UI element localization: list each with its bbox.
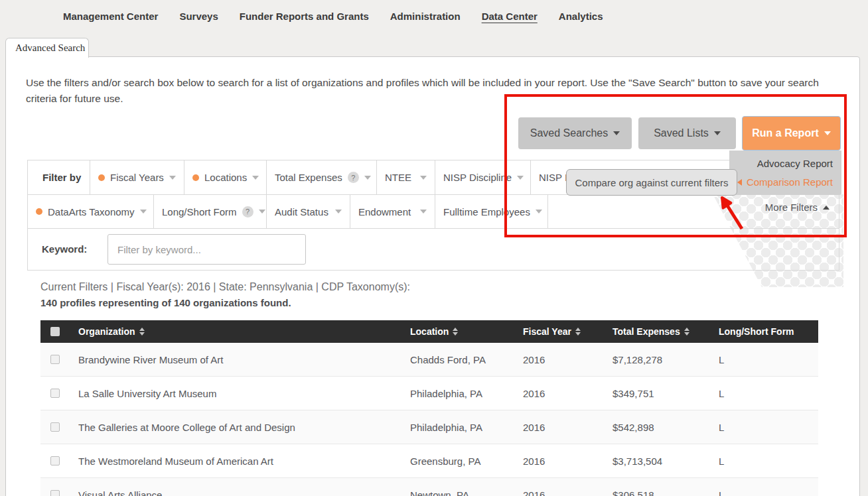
form-cell: L [711,388,818,399]
chevron-down-icon [420,210,427,214]
table-row[interactable]: The Westmoreland Museum of American Art … [40,444,818,478]
table-row[interactable]: Brandywine River Museum of Art Chadds Fo… [40,343,818,377]
filter-label: Total Expenses [275,172,342,183]
location-cell: Philadelphia, PA [402,388,515,399]
filter-label: Endowment [358,206,411,217]
column-header[interactable]: Total Expenses [605,320,711,343]
organization-cell: La Salle University Art Museum [70,388,402,399]
filter-label: NISP Discipline [443,172,512,183]
row-checkbox[interactable] [50,456,60,465]
report-menu-item[interactable]: Comparison Report [729,173,841,192]
form-cell: L [711,456,818,467]
filter-label: Long/Short Form [162,206,237,217]
column-header[interactable]: Organization [70,320,402,343]
chevron-down-icon [335,210,342,214]
filter-dropdown[interactable]: Audit Status [267,195,350,228]
filter-dropdown[interactable]: Endowment [350,195,435,228]
column-label: Location [410,326,449,337]
report-menu-item-label: Advocacy Report [757,158,833,169]
filter-dropdown[interactable]: NISP Discipline [435,160,531,194]
column-header[interactable]: Long/Short Form [711,320,818,343]
fiscal-year-cell: 2016 [515,489,605,496]
row-checkbox[interactable] [50,422,60,432]
table-row[interactable]: Visual Arts Alliance Newtown, PA 2016 $3… [40,478,818,496]
table-body: Brandywine River Museum of Art Chadds Fo… [40,343,818,496]
tab-advanced-search[interactable]: Advanced Search [5,38,89,58]
chevron-down-icon [824,131,831,135]
filter-label: NTEE [385,172,411,183]
form-cell: L [711,489,818,496]
row-checkbox-cell [40,456,70,465]
row-checkbox[interactable] [50,389,60,398]
location-cell: Philadelphia, PA [402,422,515,433]
nav-item[interactable]: Analytics [559,11,603,22]
filter-dropdown[interactable]: NTEE [377,160,435,194]
table-row[interactable]: The Galleries at Moore College of Art an… [40,410,818,444]
chevron-down-icon [259,210,265,214]
help-icon[interactable]: ? [242,206,253,217]
filter-dropdown[interactable]: Fulltime Employees [435,195,548,228]
saved-searches-button[interactable]: Saved Searches [518,117,632,149]
table-row[interactable]: La Salle University Art Museum Philadelp… [40,377,818,410]
row-checkbox[interactable] [50,355,60,364]
row-checkbox-cell [40,389,70,398]
results-table: Organization Location Fiscal Yea [40,320,818,496]
column-label: Organization [78,326,135,337]
sort-icon[interactable] [684,328,689,336]
nav-item[interactable]: Surveys [179,11,218,22]
saved-lists-label: Saved Lists [654,127,709,139]
sort-icon[interactable] [139,328,145,336]
fiscal-year-cell: 2016 [515,422,605,433]
more-filters-label: More Filters [765,202,818,213]
filter-label: DataArts Taxonomy [48,206,135,217]
row-checkbox-cell [40,490,70,496]
help-icon[interactable]: ? [348,172,359,183]
filter-dropdown[interactable]: DataArts Taxonomy [28,195,154,228]
fiscal-year-cell: 2016 [515,456,605,467]
column-label: Long/Short Form [719,326,794,337]
filter-dropdown[interactable]: Filter by [28,160,90,194]
saved-lists-button[interactable]: Saved Lists [638,117,736,149]
run-a-report-button[interactable]: Run a Report [742,116,841,151]
chevron-down-icon [169,176,176,180]
filter-dropdown[interactable]: Long/Short Form ? [154,195,267,228]
filter-label: Filter by [42,172,81,183]
nav-item[interactable]: Funder Reports and Grants [240,11,369,22]
result-count-text: 140 profiles representing of 140 organiz… [40,297,291,308]
location-cell: Chadds Ford, PA [402,354,515,365]
nav-item[interactable]: Management Center [63,11,158,22]
nav-item[interactable]: Data Center [482,11,538,22]
run-a-report-label: Run a Report [752,127,818,139]
row-checkbox[interactable] [50,490,60,496]
filter-label: Locations [204,172,247,183]
nav-item[interactable]: Administration [390,11,461,22]
total-expenses-cell: $306,518 [605,489,711,496]
filter-dropdown[interactable]: Locations [184,160,267,194]
location-cell: Greensburg, PA [402,456,515,467]
column-header[interactable]: Fiscal Year [515,320,605,343]
active-filter-dot-icon [98,174,105,181]
filter-dropdown[interactable]: Total Expenses ? [267,160,377,194]
filter-dropdown[interactable]: Fiscal Years [90,160,184,194]
more-filters-link[interactable]: More Filters [765,202,830,213]
sort-icon[interactable] [453,328,458,336]
active-filter-dot-icon [36,208,42,215]
chevron-down-icon [364,176,371,180]
main-panel: Use the filters and/or search box below … [5,56,860,496]
total-expenses-cell: $349,751 [605,388,711,399]
organization-cell: The Galleries at Moore College of Art an… [70,422,402,433]
top-navigation: Management Center Surveys Funder Reports… [63,0,603,32]
form-cell: L [711,354,818,365]
filter-label: Audit Status [275,206,328,217]
report-menu-item[interactable]: Advocacy Report [729,155,841,173]
sort-icon[interactable] [575,328,581,336]
keyword-input[interactable] [108,234,306,265]
total-expenses-cell: $3,713,504 [605,456,711,467]
total-expenses-cell: $542,898 [605,422,711,433]
form-cell: L [711,422,818,433]
select-all-checkbox[interactable] [50,327,60,336]
column-header[interactable]: Location [402,320,515,343]
chevron-up-icon [823,206,830,210]
total-expenses-cell: $7,128,278 [605,354,711,365]
header-columns: Organization Location Fiscal Yea [70,320,818,343]
